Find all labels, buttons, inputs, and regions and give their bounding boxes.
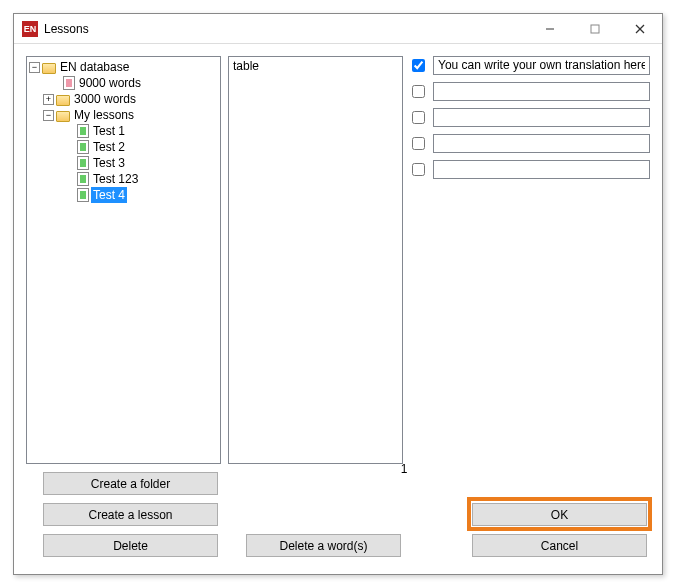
word-count: 1 xyxy=(394,462,414,476)
collapse-icon[interactable]: − xyxy=(29,62,40,73)
close-button[interactable] xyxy=(617,14,662,43)
expand-icon[interactable]: + xyxy=(43,94,54,105)
tree-lesson-item[interactable]: Test 3 xyxy=(91,155,127,171)
translation-row xyxy=(412,160,650,178)
translation-row xyxy=(412,56,650,74)
translation-input[interactable] xyxy=(433,108,650,127)
document-icon xyxy=(63,76,75,90)
collapse-icon[interactable]: − xyxy=(43,110,54,121)
folder-open-icon xyxy=(56,111,70,122)
translation-checkbox[interactable] xyxy=(412,163,425,176)
folder-open-icon xyxy=(42,63,56,74)
translation-row xyxy=(412,134,650,152)
delete-button[interactable]: Delete xyxy=(43,534,218,557)
folder-closed-icon xyxy=(56,95,70,106)
tree-lesson-item[interactable]: Test 123 xyxy=(91,171,140,187)
lesson-icon xyxy=(77,172,89,186)
tree-lesson-item[interactable]: Test 4 xyxy=(91,187,127,203)
word-list[interactable]: table xyxy=(228,56,403,464)
translation-checkbox[interactable] xyxy=(412,111,425,124)
window-title: Lessons xyxy=(44,22,527,36)
lesson-icon xyxy=(77,188,89,202)
translation-checkbox[interactable] xyxy=(412,137,425,150)
translation-input[interactable] xyxy=(433,134,650,153)
dialog-content: − EN database 9000 words + 3000 words − … xyxy=(14,44,662,574)
translation-input[interactable] xyxy=(433,82,650,101)
lesson-icon xyxy=(77,156,89,170)
translation-input[interactable] xyxy=(433,160,650,179)
cancel-button[interactable]: Cancel xyxy=(472,534,647,557)
tree-9000-words[interactable]: 9000 words xyxy=(77,75,143,91)
translation-row xyxy=(412,82,650,100)
window-controls xyxy=(527,14,662,43)
tree-my-lessons[interactable]: My lessons xyxy=(72,107,136,123)
titlebar: EN Lessons xyxy=(14,14,662,44)
maximize-button[interactable] xyxy=(572,14,617,43)
create-folder-button[interactable]: Create a folder xyxy=(43,472,218,495)
translation-row xyxy=(412,108,650,126)
svg-rect-1 xyxy=(591,25,599,33)
lessons-window: EN Lessons − EN database 9000 words xyxy=(13,13,663,575)
tree-3000-words[interactable]: 3000 words xyxy=(72,91,138,107)
translation-checkbox[interactable] xyxy=(412,59,425,72)
minimize-button[interactable] xyxy=(527,14,572,43)
translation-checkbox[interactable] xyxy=(412,85,425,98)
word-item[interactable]: table xyxy=(233,59,398,73)
delete-word-button[interactable]: Delete a word(s) xyxy=(246,534,401,557)
ok-button[interactable]: OK xyxy=(472,503,647,526)
create-lesson-button[interactable]: Create a lesson xyxy=(43,503,218,526)
lesson-icon xyxy=(77,140,89,154)
translation-area xyxy=(412,56,650,186)
translation-input[interactable] xyxy=(433,56,650,75)
tree-en-database[interactable]: EN database xyxy=(58,59,131,75)
app-icon: EN xyxy=(22,21,38,37)
tree-lesson-item[interactable]: Test 1 xyxy=(91,123,127,139)
lesson-icon xyxy=(77,124,89,138)
lessons-tree[interactable]: − EN database 9000 words + 3000 words − … xyxy=(26,56,221,464)
tree-lesson-item[interactable]: Test 2 xyxy=(91,139,127,155)
